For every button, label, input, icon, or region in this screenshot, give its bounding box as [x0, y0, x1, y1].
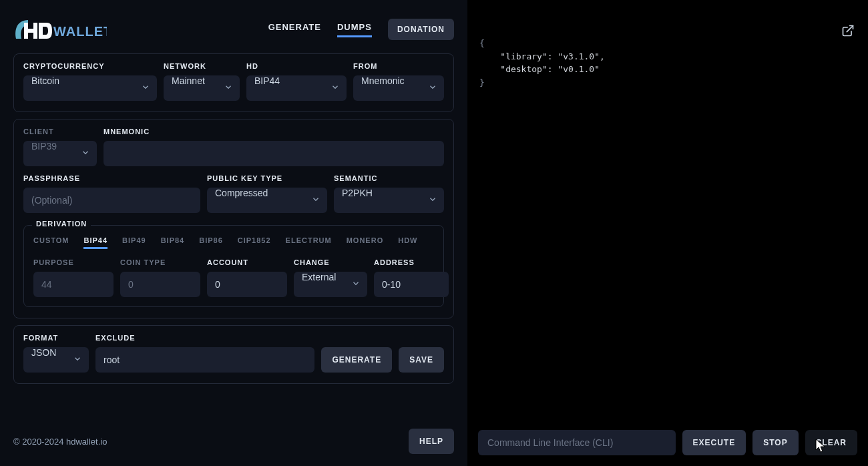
form-content: CRYPTOCURRENCY Bitcoin NETWORK Mainnet H… [0, 53, 467, 419]
exclude-label: EXCLUDE [95, 334, 314, 342]
save-button[interactable]: SAVE [399, 347, 444, 373]
nav-dumps[interactable]: DUMPS [337, 22, 372, 37]
cli-bar: EXECUTE STOP CLEAR [467, 422, 868, 466]
from-select[interactable]: Mnemonic [353, 75, 444, 101]
tab-custom[interactable]: CUSTOM [33, 236, 69, 249]
generate-button[interactable]: GENERATE [321, 347, 392, 373]
tab-bip44[interactable]: BIP44 [83, 236, 107, 249]
svg-rect-3 [39, 23, 43, 39]
popout-icon[interactable] [810, 11, 855, 54]
header: WALLET GENERATE DUMPS DONATION [0, 0, 467, 53]
semantic-label: SEMANTIC [334, 174, 444, 182]
client-select[interactable]: BIP39 [23, 141, 97, 166]
from-label: FROM [353, 62, 444, 70]
tab-electrum[interactable]: ELECTRUM [286, 236, 332, 249]
logo[interactable]: WALLET [13, 16, 107, 43]
coin-type-input[interactable] [120, 272, 200, 297]
derivation-title: DERIVATION [32, 220, 91, 228]
svg-rect-0 [24, 23, 28, 39]
hd-label: HD [246, 62, 347, 70]
logo-svg: WALLET [13, 16, 107, 43]
left-panel: WALLET GENERATE DUMPS DONATION CRYPTOCUR… [0, 0, 467, 466]
output-line-3: "desktop": "v0.1.0" [479, 64, 600, 74]
logo-text: WALLET [53, 24, 107, 39]
cryptocurrency-select[interactable]: Bitcoin [23, 75, 157, 101]
output-line-1: { [479, 38, 485, 48]
format-select[interactable]: JSON [23, 347, 89, 373]
stop-button[interactable]: STOP [752, 430, 798, 455]
cli-input[interactable] [478, 430, 676, 455]
section-middle: CLIENT BIP39 MNEMONIC PASSPHRASE [13, 119, 454, 318]
execute-button[interactable]: EXECUTE [682, 430, 746, 455]
change-label: CHANGE [294, 258, 367, 266]
footer: © 2020-2024 hdwallet.io HELP [0, 419, 467, 466]
copyright-text: © 2020-2024 hdwallet.io [13, 437, 107, 447]
purpose-label: PURPOSE [33, 258, 114, 266]
output-line-4: } [479, 77, 485, 87]
purpose-input[interactable] [33, 272, 114, 297]
nav-generate[interactable]: GENERATE [268, 22, 321, 37]
change-select[interactable]: External [294, 272, 367, 297]
mnemonic-label: MNEMONIC [103, 128, 444, 136]
donation-button[interactable]: DONATION [388, 19, 454, 40]
network-label: NETWORK [164, 62, 240, 70]
mnemonic-input[interactable] [103, 141, 444, 166]
derivation-section: DERIVATION CUSTOM BIP44 BIP49 BIP84 BIP8… [23, 225, 444, 307]
clear-button-label: CLEAR [816, 438, 847, 447]
semantic-select[interactable]: P2PKH [334, 188, 444, 213]
format-label: FORMAT [23, 334, 89, 342]
address-label: ADDRESS [374, 258, 449, 266]
derivation-tabs: CUSTOM BIP44 BIP49 BIP84 BIP86 CIP1852 E… [33, 236, 434, 249]
hd-select[interactable]: BIP44 [246, 75, 347, 101]
passphrase-label: PASSPHRASE [23, 174, 200, 182]
account-input[interactable] [207, 272, 287, 297]
client-label: CLIENT [23, 128, 97, 136]
help-button[interactable]: HELP [409, 429, 454, 454]
passphrase-input[interactable] [23, 188, 200, 213]
public-key-type-label: PUBLIC KEY TYPE [207, 174, 327, 182]
right-panel: { "library": "v3.1.0", "desktop": "v0.1.… [467, 0, 868, 466]
svg-line-4 [847, 25, 853, 31]
output-area[interactable]: { "library": "v3.1.0", "desktop": "v0.1.… [467, 0, 868, 422]
tab-hdw[interactable]: HDW [398, 236, 417, 249]
main-nav: GENERATE DUMPS DONATION [268, 19, 454, 40]
tab-bip86[interactable]: BIP86 [199, 236, 223, 249]
output-line-2: "library": "v3.1.0", [479, 51, 605, 61]
account-label: ACCOUNT [207, 258, 287, 266]
network-select[interactable]: Mainnet [164, 75, 240, 101]
svg-rect-2 [28, 29, 35, 33]
clear-button[interactable]: CLEAR [805, 430, 857, 455]
coin-type-label: COIN TYPE [120, 258, 200, 266]
cryptocurrency-label: CRYPTOCURRENCY [23, 62, 157, 70]
public-key-type-select[interactable]: Compressed [207, 188, 327, 213]
section-bottom: FORMAT JSON EXCLUDE GENERATE SAVE [13, 325, 454, 384]
tab-cip1852[interactable]: CIP1852 [238, 236, 271, 249]
exclude-input[interactable] [95, 347, 314, 373]
tab-bip49[interactable]: BIP49 [122, 236, 146, 249]
tab-monero[interactable]: MONERO [347, 236, 384, 249]
address-input[interactable] [374, 272, 449, 297]
tab-bip84[interactable]: BIP84 [161, 236, 185, 249]
section-top: CRYPTOCURRENCY Bitcoin NETWORK Mainnet H… [13, 53, 454, 112]
